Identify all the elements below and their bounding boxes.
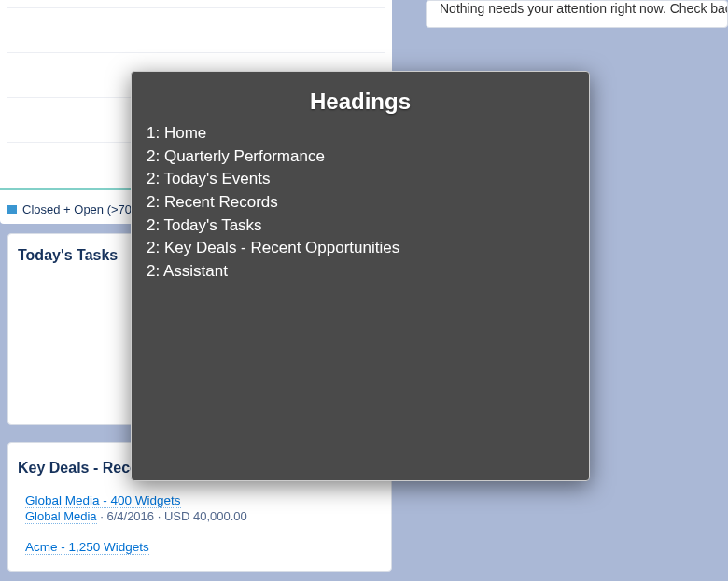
heading-text: Recent Records [164, 193, 278, 211]
deal-date: 6/4/2016 [106, 509, 154, 523]
heading-text: Quarterly Performance [164, 147, 325, 165]
heading-item-quarterly-performance[interactable]: 2: Quarterly Performance [147, 145, 574, 169]
headings-rotor-overlay[interactable]: Headings 1: Home 2: Quarterly Performanc… [131, 71, 590, 481]
heading-level: 2 [147, 170, 155, 187]
heading-level: 2 [147, 147, 155, 165]
heading-text: Assistant [163, 262, 228, 280]
deal-subline: Global Media · 6/4/2016 · USD 40,000.00 [25, 509, 382, 523]
chart-gridline [7, 7, 385, 52]
assistant-empty-text: Nothing needs your attention right now. … [440, 1, 714, 16]
headings-list: 1: Home 2: Quarterly Performance 2: Toda… [147, 122, 574, 283]
deal-row: Acme - 1,250 Widgets [8, 536, 391, 558]
heading-item-assistant[interactable]: 2: Assistant [147, 260, 574, 284]
heading-level: 1 [147, 124, 155, 142]
heading-text: Home [164, 124, 206, 142]
deal-amount: USD 40,000.00 [164, 509, 247, 523]
heading-level: 2 [147, 239, 155, 256]
heading-level: 2 [147, 216, 155, 234]
heading-text: Today's Tasks [164, 216, 262, 234]
heading-level: 2 [147, 193, 155, 211]
heading-item-home[interactable]: 1: Home [147, 122, 574, 145]
heading-item-recent-records[interactable]: 2: Recent Records [147, 191, 574, 214]
heading-item-todays-tasks[interactable]: 2: Today's Tasks [147, 214, 574, 238]
deal-opportunity-link[interactable]: Global Media - 400 Widgets [25, 493, 181, 508]
heading-level: 2 [147, 262, 155, 280]
deal-row: Global Media - 400 Widgets Global Media … [8, 490, 391, 527]
deal-account-link[interactable]: Global Media [25, 509, 97, 524]
deal-opportunity-link[interactable]: Acme - 1,250 Widgets [25, 540, 149, 555]
legend-label: Closed + Open (>70%) [22, 202, 147, 216]
heading-text: Key Deals - Recent Opportunities [164, 239, 399, 256]
chart-legend: Closed + Open (>70%) [7, 202, 147, 216]
headings-rotor-title: Headings [147, 89, 574, 115]
heading-text: Today's Events [164, 170, 271, 187]
assistant-card: Nothing needs your attention right now. … [426, 0, 728, 28]
heading-item-todays-events[interactable]: 2: Today's Events [147, 168, 574, 191]
legend-swatch-icon [7, 205, 17, 214]
heading-item-key-deals[interactable]: 2: Key Deals - Recent Opportunities [147, 237, 574, 260]
